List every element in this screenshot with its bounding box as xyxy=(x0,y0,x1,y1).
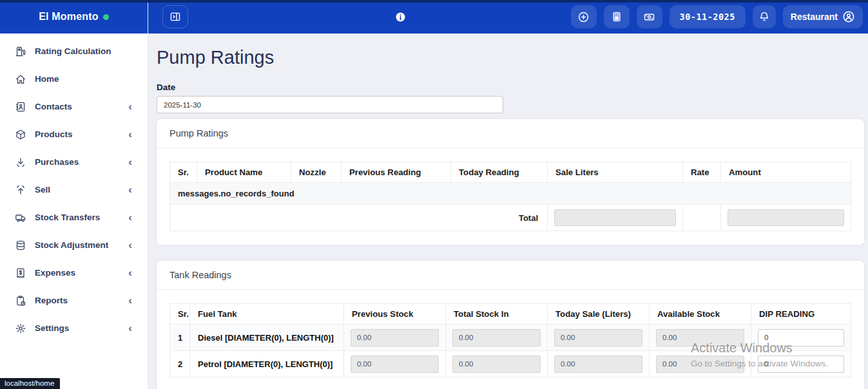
pump-ratings-header-row: Sr. Product Name Nozzle Previous Reading… xyxy=(170,162,851,183)
window-top-strip xyxy=(0,0,868,3)
date-field-label: Date xyxy=(157,82,864,92)
no-records-message: messages.no_records_found xyxy=(170,183,851,205)
sidebar-item-label: Purchases xyxy=(35,157,79,167)
chevron-left-icon: ‹ xyxy=(128,294,132,305)
date-input[interactable] xyxy=(157,96,503,113)
gear-icon xyxy=(14,322,26,334)
sidebar-item-label: Home xyxy=(35,74,59,84)
col-sr: Sr. xyxy=(170,304,190,325)
sidebar-item-label: Rating Calculation xyxy=(35,46,111,56)
calculator-icon xyxy=(611,11,622,23)
chevron-left-icon: ‹ xyxy=(128,184,132,194)
today-sale-input xyxy=(554,356,642,373)
fuel-pump-icon xyxy=(14,45,26,57)
pump-ratings-card: Pump Ratings Sr. Product Name Nozzle xyxy=(157,119,864,245)
sidebar-item-expenses[interactable]: Expenses ‹ xyxy=(0,259,148,287)
database-icon xyxy=(14,239,26,251)
sidebar-item-products[interactable]: Products ‹ xyxy=(0,120,148,148)
plus-circle-button[interactable] xyxy=(571,5,597,28)
sidebar-item-stock-transfers[interactable]: Stock Transfers ‹ xyxy=(0,204,148,231)
col-nozzle: Nozzle xyxy=(291,162,342,183)
previous-stock-input xyxy=(351,329,439,346)
sidebar-item-sell[interactable]: Sell ‹ xyxy=(0,176,148,204)
brand: El Momento xyxy=(0,0,148,33)
box-icon xyxy=(14,128,26,140)
sidebar-item-purchases[interactable]: Purchases ‹ xyxy=(0,148,148,176)
sidebar: El Momento Rating Calculation Home xyxy=(0,0,148,389)
col-total-stock-in: Total Stock In xyxy=(446,304,548,325)
cash-register-button[interactable] xyxy=(637,5,662,28)
chevron-left-icon: ‹ xyxy=(128,267,132,278)
info-button[interactable] xyxy=(392,8,409,25)
table-row: 2 Petrol [DIAMETER(0), LENGTH(0)] xyxy=(170,351,851,377)
receipt-icon xyxy=(14,267,26,279)
sr-cell: 2 xyxy=(170,351,190,377)
pump-ratings-card-title: Pump Ratings xyxy=(169,128,228,138)
user-name: Restaurant xyxy=(791,12,838,22)
arrow-down-icon xyxy=(14,156,26,168)
app-screen: El Momento Rating Calculation Home xyxy=(0,0,868,389)
tank-readings-card-title: Tank Readings xyxy=(169,270,231,280)
truck-icon xyxy=(14,211,26,223)
col-dip-reading: DIP READING xyxy=(751,304,851,325)
sidebar-toggle-icon xyxy=(169,11,181,23)
sidebar-item-label: Expenses xyxy=(35,268,75,278)
available-stock-input xyxy=(656,356,744,373)
col-available-stock: Available Stock xyxy=(650,304,751,325)
fuel-tank-cell: Diesel [DIAMETER(0), LENGTH(0)] xyxy=(190,325,344,351)
info-icon xyxy=(395,12,406,23)
sidebar-item-reports[interactable]: Reports ‹ xyxy=(0,287,148,314)
total-sale-liters-input xyxy=(554,209,676,226)
dip-reading-input[interactable] xyxy=(758,329,844,346)
sidebar-menu: Rating Calculation Home Contacts ‹ P xyxy=(0,33,148,342)
sidebar-item-rating-calculation[interactable]: Rating Calculation xyxy=(0,37,148,65)
col-rate: Rate xyxy=(683,162,721,183)
sidebar-item-home[interactable]: Home xyxy=(0,65,148,93)
col-previous-reading: Previous Reading xyxy=(342,162,451,183)
total-label: Total xyxy=(170,205,548,231)
bell-icon xyxy=(758,11,770,23)
col-previous-stock: Previous Stock xyxy=(344,304,446,325)
browser-status-bar: localhost/home xyxy=(0,378,60,389)
total-amount-cell xyxy=(721,205,851,231)
sidebar-item-label: Stock Adjustment xyxy=(35,240,108,250)
chevron-left-icon: ‹ xyxy=(128,211,132,222)
col-today-sale-liters: Today Sale (Liters) xyxy=(548,304,650,325)
chevron-left-icon: ‹ xyxy=(128,100,132,111)
user-menu-button[interactable]: Restaurant xyxy=(783,5,863,28)
available-stock-input xyxy=(656,329,744,346)
home-icon xyxy=(14,73,26,85)
tank-readings-header-row: Sr. Fuel Tank Previous Stock Total Stock… xyxy=(170,304,851,325)
sidebar-item-label: Sell xyxy=(35,185,50,194)
top-navbar: 30-11-2025 Restaurant xyxy=(148,0,868,33)
total-rate-cell xyxy=(683,205,721,231)
dip-reading-input[interactable] xyxy=(758,356,844,373)
notifications-button[interactable] xyxy=(753,5,776,28)
cash-icon xyxy=(643,11,655,23)
sidebar-item-settings[interactable]: Settings ‹ xyxy=(0,314,148,342)
sidebar-item-label: Settings xyxy=(35,323,69,333)
sidebar-item-stock-adjustment[interactable]: Stock Adjustment ‹ xyxy=(0,231,148,259)
main-area: 30-11-2025 Restaurant Pump Ratings Date … xyxy=(148,0,868,389)
col-today-reading: Today Reading xyxy=(451,162,548,183)
col-sale-liters: Sale Liters xyxy=(548,162,683,183)
sidebar-item-contacts[interactable]: Contacts ‹ xyxy=(0,93,148,120)
no-records-row: messages.no_records_found xyxy=(170,183,851,205)
sidebar-item-label: Reports xyxy=(35,296,68,305)
tank-readings-card-body: Sr. Fuel Tank Previous Stock Total Stock… xyxy=(157,290,864,389)
sidebar-item-label: Products xyxy=(35,129,73,139)
total-stock-in-input xyxy=(452,329,541,346)
col-sr: Sr. xyxy=(170,162,197,183)
chevron-left-icon: ‹ xyxy=(128,322,132,333)
tank-readings-card-header: Tank Readings xyxy=(157,261,864,290)
previous-stock-input xyxy=(351,356,439,373)
fuel-tank-cell: Petrol [DIAMETER(0), LENGTH(0)] xyxy=(190,351,344,377)
sr-cell: 1 xyxy=(170,325,190,351)
calculator-button[interactable] xyxy=(604,5,630,28)
topbar-right-group: 30-11-2025 Restaurant xyxy=(571,5,863,28)
sidebar-toggle-button[interactable] xyxy=(162,5,188,28)
date-button[interactable]: 30-11-2025 xyxy=(670,5,746,28)
online-status-dot xyxy=(103,14,109,20)
arrow-up-icon xyxy=(14,184,26,196)
pump-ratings-table: Sr. Product Name Nozzle Previous Reading… xyxy=(169,162,851,231)
